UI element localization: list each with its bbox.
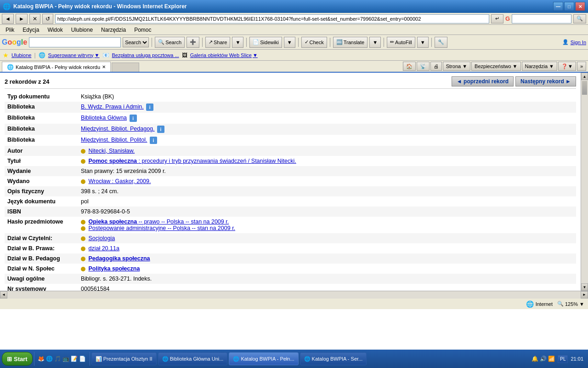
media-icon[interactable]: 📺 xyxy=(62,355,70,362)
biblioteka-1-link[interactable]: B. Wydz. Prawa i Admin. xyxy=(81,104,144,110)
start-button[interactable]: ⊞ Start xyxy=(2,352,33,366)
h-scroll-track[interactable] xyxy=(7,291,581,299)
taskbar-btn-prezentacja[interactable]: 📊 Prezentacja Olsztyn II xyxy=(91,352,157,365)
autor-link[interactable]: Nitecki, Stanisław. xyxy=(88,148,135,154)
field-label: Opis fizyczny xyxy=(5,186,78,196)
sidewiki-dropdown[interactable]: ▼ xyxy=(284,37,295,48)
zoom-dropdown[interactable]: ▼ xyxy=(579,301,584,307)
next-record-button[interactable]: Następny rekord ► xyxy=(515,76,576,86)
prev-record-button[interactable]: ◄ poprzedni rekord xyxy=(452,76,514,86)
print-button[interactable]: 🖨 xyxy=(430,62,442,71)
go-button[interactable]: ↵ xyxy=(491,14,503,23)
tab-close-active[interactable]: ✕ xyxy=(102,64,106,69)
menu-edycja[interactable]: Edycja xyxy=(19,26,43,34)
menu-plik[interactable]: Plik xyxy=(2,26,18,34)
scroll-right-button[interactable]: ► xyxy=(581,291,588,299)
google-toolbar: Google xyxy=(2,38,27,46)
share-dropdown[interactable]: ▼ xyxy=(232,37,243,48)
tools-menu-button[interactable]: Narzędzia ▼ xyxy=(522,62,557,71)
help-button[interactable]: ❓▼ xyxy=(558,62,576,71)
sign-in-area: 👤 Sign In xyxy=(562,39,586,45)
translate-button[interactable]: 🔤 Translate xyxy=(333,37,368,48)
autofill-button[interactable]: ✏ AutoFill xyxy=(387,37,415,48)
autofill-icon: ✏ xyxy=(390,39,394,45)
scroll-left-button[interactable]: ◄ xyxy=(0,291,7,299)
menu-narzedzia[interactable]: Narzędzia xyxy=(97,26,130,34)
tools-button[interactable]: 🔧 xyxy=(435,37,447,48)
search-dropdown[interactable]: Search xyxy=(123,37,149,47)
wydano-link[interactable]: Wrocław : Gaskor, 2009. xyxy=(88,178,151,184)
info-icon-4[interactable]: i xyxy=(150,137,157,144)
stop-button[interactable]: ✕ xyxy=(29,14,40,24)
search-button[interactable]: 🔍 Search xyxy=(155,37,185,48)
plus-button[interactable]: ➕ xyxy=(187,37,199,48)
info-icon-2[interactable]: i xyxy=(130,115,137,122)
security-button[interactable]: Bezpieczeństwo ▼ xyxy=(471,62,520,71)
firefox-icon[interactable]: 🦊 xyxy=(38,355,45,362)
biblioteka-2-link[interactable]: Biblioteka Główna xyxy=(81,115,127,121)
info-icon-3[interactable]: i xyxy=(157,126,164,133)
back-button[interactable]: ◄ xyxy=(2,14,14,24)
nsp-link[interactable]: Polityka społeczna xyxy=(88,265,140,272)
fav-dropdown-3[interactable]: ▼ xyxy=(253,52,258,58)
forward-button[interactable]: ► xyxy=(16,14,28,24)
window-controls[interactable]: — □ ✕ xyxy=(553,2,585,11)
scroll-track[interactable] xyxy=(581,80,588,283)
czytelnia-link[interactable]: Socjologia xyxy=(88,235,115,242)
menu-widok[interactable]: Widok xyxy=(44,26,66,34)
page-button[interactable]: Strona ▼ xyxy=(443,62,470,71)
taskbar-btn-katalog1[interactable]: 🌐 Katalog BWPIA - Pełn... xyxy=(229,352,298,365)
menu-ulubione[interactable]: Ulubione xyxy=(68,26,96,34)
fav-item-poczta[interactable]: Bezpłatna usługa pocztowa ... xyxy=(112,52,179,58)
address-input[interactable] xyxy=(55,14,489,23)
word-icon[interactable]: 📝 xyxy=(71,355,78,362)
translate-dropdown[interactable]: ▼ xyxy=(369,37,381,48)
taskbar-btn-katalog2[interactable]: 🌐 Katalog BWPIA - Ser... xyxy=(300,352,367,365)
rss-button[interactable]: 📡 xyxy=(417,62,430,71)
home-button[interactable]: 🏠 xyxy=(403,62,416,71)
internet-status: 🌐 Internet xyxy=(526,300,553,308)
tytul-link[interactable]: Pomoc społeczna : procedury i tryb przyz… xyxy=(88,158,296,164)
favorites-bar: ★ Ulubione | 🌐 Sugerowane witryny ▼ 📧 Be… xyxy=(0,50,588,61)
biblioteka-4-link[interactable]: Międzyinst. Bibliot. Politol. xyxy=(81,137,147,143)
acrobat-icon[interactable]: 📄 xyxy=(79,355,86,362)
google-search-input[interactable] xyxy=(512,14,571,23)
google-search-button[interactable]: 🔍 xyxy=(573,14,586,23)
check-button[interactable]: ✓ Check xyxy=(301,37,327,48)
haslo-2-link[interactable]: Postepowanie administracyjne -- Polska -… xyxy=(88,225,235,231)
language-button[interactable]: PL xyxy=(558,355,568,363)
google-toolbar-input[interactable] xyxy=(29,37,121,47)
share-button[interactable]: ↗ Share xyxy=(205,37,230,48)
fav-item-galeria[interactable]: Galeria obiektów Web Slice ▼ xyxy=(190,52,258,58)
fav-dropdown-1[interactable]: ▼ xyxy=(95,52,100,58)
toolbar-separator-4 xyxy=(298,38,299,47)
horizontal-scrollbar[interactable]: ◄ ► xyxy=(0,291,588,298)
tab-active[interactable]: 🌐 Katalog BWPIA - Pełny widok rekordu ✕ xyxy=(2,62,111,72)
vertical-scrollbar[interactable]: ▲ ▼ xyxy=(581,73,588,291)
tab-inactive[interactable] xyxy=(112,63,139,72)
pedagog-link[interactable]: Pedagogika społeczna xyxy=(88,255,150,262)
field-value: Wrocław : Gaskor, 2009. xyxy=(78,176,576,186)
info-icon-1[interactable]: i xyxy=(146,104,153,111)
biblioteka-3-link[interactable]: Międzyinst. Bibliot. Pedagog. xyxy=(81,126,155,132)
ie-icon[interactable]: 🌐 xyxy=(46,355,53,362)
taskbar-btn-biblioteka[interactable]: 🌐 Biblioteka Główna Uni... xyxy=(158,352,228,365)
minimize-button[interactable]: — xyxy=(553,2,563,11)
fav-item-sugerowane[interactable]: Sugerowane witryny ▼ xyxy=(48,52,100,58)
haslo-1-link[interactable]: Opieka społeczna -- prawo -- Polska -- s… xyxy=(88,218,229,225)
favorites-label[interactable]: Ulubione xyxy=(11,52,31,58)
close-button[interactable]: ✕ xyxy=(575,2,585,11)
menu-pomoc[interactable]: Pomoc xyxy=(130,26,155,34)
scroll-up-button[interactable]: ▲ xyxy=(581,73,588,80)
restore-button[interactable]: □ xyxy=(564,2,574,11)
bullet-icon xyxy=(81,236,85,241)
search-google-logo: G xyxy=(505,15,510,22)
extend-button[interactable]: » xyxy=(577,62,586,71)
scroll-thumb[interactable] xyxy=(582,81,587,95)
refresh-button[interactable]: ↺ xyxy=(42,14,53,24)
scroll-down-button[interactable]: ▼ xyxy=(581,283,588,291)
sidewiki-button[interactable]: 📄 Sidewiki xyxy=(249,37,282,48)
winamp-icon[interactable]: 🎵 xyxy=(54,355,62,362)
bprawa-link[interactable]: dział 20.11a xyxy=(88,245,119,252)
autofill-dropdown[interactable]: ▼ xyxy=(417,37,429,48)
